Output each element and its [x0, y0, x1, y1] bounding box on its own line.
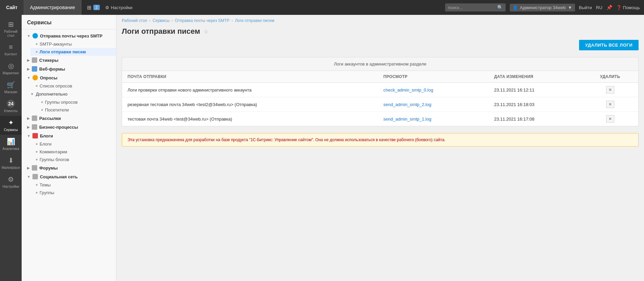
help-icon: ❓	[616, 5, 622, 10]
toolbar-row: УДАЛИТЬ ВСЕ ЛОГИ	[122, 40, 639, 54]
row3-delete-cell: ✕	[582, 112, 638, 126]
breadcrumb-sep2: ›	[171, 18, 173, 23]
sidebar-item-themes[interactable]: Темы	[30, 181, 116, 189]
row2-delete-button[interactable]: ✕	[606, 101, 614, 108]
triangle-down-icon5: ▼	[27, 175, 30, 179]
warning-text: Эта установка предназначена для разработ…	[128, 137, 445, 142]
page-title: Логи отправки писем	[122, 27, 200, 36]
left-nav: ⊞ Рабочий стол ≡ Контент ◎ Маркетинг 🛒 М…	[0, 15, 22, 281]
group-polls-header[interactable]: ▼ Опросы	[22, 73, 116, 82]
nav-item-clients[interactable]: 24 Клиенты	[0, 97, 22, 116]
language-selector[interactable]: RU	[596, 5, 602, 10]
notifications-badge[interactable]: ⊞ 2	[87, 4, 100, 11]
group-webforms-header[interactable]: ▶ Веб-формы	[22, 65, 116, 73]
settings-link[interactable]: ⚙ Настройки	[105, 5, 133, 10]
smtp-icon	[32, 33, 38, 39]
sidebar-item-smtp-logs[interactable]: Логи отправки писем	[30, 48, 116, 56]
sidebar-menu: ▼ Отправка почты через SMTP SMTP-аккаунт…	[22, 29, 116, 199]
nav-item-desktop[interactable]: ⊞ Рабочий стол	[0, 18, 22, 41]
col-view: ПРОСМОТР	[378, 71, 489, 83]
nav-item-settings[interactable]: ⚙ Настройки	[0, 173, 22, 191]
main-layout: ⊞ Рабочий стол ≡ Контент ◎ Маркетинг 🛒 М…	[0, 15, 644, 281]
admin-tab[interactable]: Администрирование	[24, 0, 82, 15]
breadcrumb-logs[interactable]: Логи отправки писем	[235, 18, 274, 23]
services-icon: ✦	[8, 119, 14, 127]
search-box[interactable]: 🔍	[445, 3, 506, 11]
group-blogs: ▼ Блоги Блоги Комментарии Групп	[22, 131, 116, 163]
sidebar-item-smtp-accounts[interactable]: SMTP-аккаунты	[30, 40, 116, 48]
blogs-sub: Блоги Комментарии Группы блогов	[30, 140, 116, 163]
marketing-icon: ◎	[8, 62, 14, 70]
breadcrumb-sep3: ›	[231, 18, 233, 23]
dot-icon5	[36, 143, 38, 145]
group-smtp: ▼ Отправка почты через SMTP SMTP-аккаунт…	[22, 31, 116, 56]
group-mailings-header[interactable]: ▶ Рассылки	[22, 114, 116, 123]
sidebar-item-groups[interactable]: Группы	[30, 189, 116, 197]
logs-table: ПОЧТА ОТПРАВКИ ПРОСМОТР ДАТА ИЗМЕНЕНИЯ У…	[122, 71, 638, 126]
row2-delete-cell: ✕	[582, 97, 638, 112]
breadcrumb-smtp[interactable]: Отправка почты через SMTP	[175, 18, 229, 23]
group-bprocss-header[interactable]: ▶ Бизнес-процессы	[22, 123, 116, 131]
group-additional-header[interactable]: ▼ Дополнительно	[30, 90, 116, 98]
row1-delete-button[interactable]: ✕	[606, 86, 614, 94]
breadcrumb-services[interactable]: Сервисы	[153, 18, 169, 23]
breadcrumb-desktop[interactable]: Рабочий стол	[122, 18, 147, 23]
triangle-right-icon4: ▶	[27, 125, 30, 129]
row1-date: 23.11.2021 16:12:11	[489, 83, 582, 97]
site-button[interactable]: Сайт	[0, 0, 24, 15]
nav-item-content[interactable]: ≡ Контент	[0, 41, 22, 59]
col-delete: УДАЛИТЬ	[582, 71, 638, 83]
social-sub: Темы Группы	[30, 181, 116, 197]
group-stickers-header[interactable]: ▶ Стикеры	[22, 56, 116, 65]
forums-icon	[32, 165, 37, 171]
dot-icon6	[36, 151, 38, 153]
webforms-icon	[32, 66, 37, 72]
row3-email: тестовая почта 34web <test@34web.ru> (От…	[122, 112, 378, 126]
nav-item-shop[interactable]: 🛒 Магазин	[0, 78, 22, 97]
marketplace-icon: ⬇	[8, 156, 14, 164]
favorite-star-icon[interactable]: ☆	[204, 28, 208, 35]
sidebar-item-blog-groups[interactable]: Группы блогов	[30, 156, 116, 163]
row2-log-link[interactable]: send_admin_smtp_2.log	[384, 102, 432, 107]
group-smtp-header[interactable]: ▼ Отправка почты через SMTP	[22, 31, 116, 40]
triangle-right-icon3: ▶	[27, 117, 30, 120]
smtp-sub: SMTP-аккаунты Логи отправки писем	[30, 40, 116, 56]
topbar-middle: ⊞ 2 ⚙ Настройки	[82, 4, 445, 11]
logout-button[interactable]: Выйти	[579, 5, 592, 10]
row3-delete-button[interactable]: ✕	[606, 115, 614, 123]
triangle-right-icon5: ▶	[27, 166, 30, 170]
search-input[interactable]	[448, 5, 495, 10]
nav-item-marketplace[interactable]: ⬇ Marketplace	[0, 154, 22, 173]
row3-log-link[interactable]: send_admin_smtp_1.log	[384, 117, 432, 122]
analytics-icon: 📊	[7, 137, 15, 146]
sidebar-item-blogs[interactable]: Блоги	[30, 140, 116, 148]
sidebar-item-visitors[interactable]: Посетители	[36, 106, 116, 114]
row1-delete-cell: ✕	[582, 83, 638, 97]
group-social-header[interactable]: ▼ Социальная сеть	[22, 172, 116, 181]
blogs-icon	[32, 133, 38, 138]
nav-item-services[interactable]: ✦ Сервисы	[0, 116, 22, 135]
row1-log-link[interactable]: check_admin_smtp_0.log	[384, 87, 433, 93]
sidebar: Сервисы ▼ Отправка почты через SMTP SMTP…	[22, 15, 116, 281]
topbar: Сайт Администрирование ⊞ 2 ⚙ Настройки 🔍…	[0, 0, 644, 15]
delete-all-button[interactable]: УДАЛИТЬ ВСЕ ЛОГИ	[579, 40, 639, 50]
sidebar-item-comments[interactable]: Комментарии	[30, 148, 116, 156]
triangle-down-icon4: ▼	[27, 134, 30, 138]
group-forums-header[interactable]: ▶ Форумы	[22, 163, 116, 172]
help-link[interactable]: ❓ Помощь	[616, 5, 640, 10]
nav-item-marketing[interactable]: ◎ Маркетинг	[0, 59, 22, 78]
stickers-icon	[32, 57, 37, 63]
sidebar-item-poll-groups[interactable]: Группы опросов	[36, 98, 116, 106]
group-blogs-header[interactable]: ▼ Блоги	[22, 131, 116, 140]
triangle-down-icon2: ▼	[27, 76, 30, 80]
group-mailings: ▶ Рассылки	[22, 114, 116, 123]
social-icon	[32, 174, 38, 179]
sidebar-item-polls-list[interactable]: Список опросов	[30, 82, 116, 90]
dropdown-arrow-icon: ▼	[568, 5, 572, 10]
topbar-right: 🔍 👤 Администратор 34web ▼ Выйти RU 📌 ❓ П…	[445, 3, 644, 11]
table-row: резервная тестовая почта 34web <test2@34…	[122, 97, 638, 112]
row2-email: резервная тестовая почта 34web <test2@34…	[122, 97, 378, 112]
user-block[interactable]: 👤 Администратор 34web ▼	[510, 4, 575, 11]
group-bprocss: ▶ Бизнес-процессы	[22, 123, 116, 131]
nav-item-analytics[interactable]: 📊 Аналитика	[0, 135, 22, 154]
